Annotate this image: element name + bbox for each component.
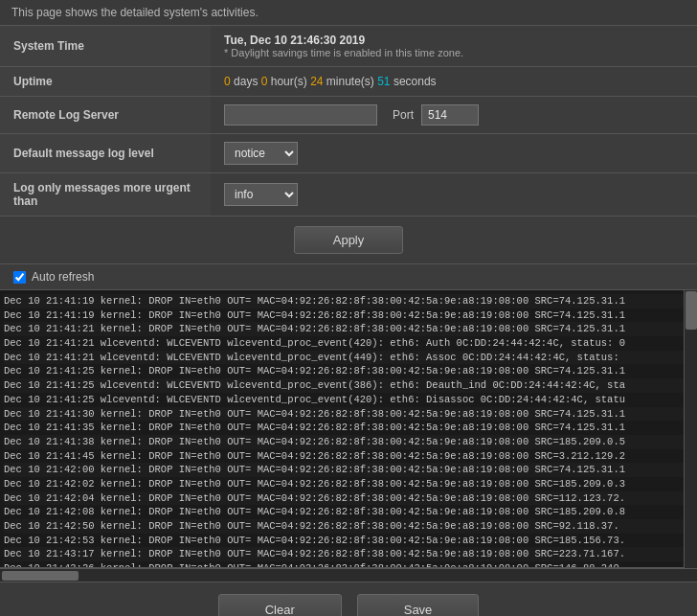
page-container: This page shows the detailed system's ac… xyxy=(0,0,697,616)
log-urgent-select[interactable]: emerg alert crit err warning notice info… xyxy=(224,183,298,206)
log-urgent-row: Log only messages more urgent than emerg… xyxy=(0,173,697,217)
log-line: Dec 10 21:42:04 kernel: DROP IN=eth0 OUT… xyxy=(4,491,693,506)
auto-refresh-checkbox[interactable] xyxy=(13,271,26,284)
v-scroll-thumb[interactable] xyxy=(686,291,697,330)
uptime-value-cell: 0 days 0 hour(s) 24 minute(s) 51 seconds xyxy=(211,67,697,97)
log-line: Dec 10 21:41:30 kernel: DROP IN=eth0 OUT… xyxy=(4,407,693,422)
log-line: Dec 10 21:43:26 kernel: DROP IN=eth0 OUT… xyxy=(4,561,693,568)
remote-log-server-input[interactable] xyxy=(224,104,377,125)
log-line: Dec 10 21:41:21 kernel: DROP IN=eth0 OUT… xyxy=(4,322,693,336)
system-time-value: Tue, Dec 10 21:46:30 2019 xyxy=(224,34,684,47)
uptime-minutes-unit: minute(s) xyxy=(326,75,374,88)
log-urgent-label: Log only messages more urgent than xyxy=(0,173,211,217)
uptime-seconds: 51 xyxy=(377,75,390,88)
default-log-level-row: Default message log level emerg alert cr… xyxy=(0,134,697,173)
uptime-minutes: 24 xyxy=(310,75,323,88)
uptime-row: Uptime 0 days 0 hour(s) 24 minute(s) 51 … xyxy=(0,67,697,97)
log-urgent-value-cell: emerg alert crit err warning notice info… xyxy=(211,173,697,217)
log-urgent-select-wrapper: emerg alert crit err warning notice info… xyxy=(224,183,298,206)
log-line: Dec 10 21:42:50 kernel: DROP IN=eth0 OUT… xyxy=(4,519,693,534)
port-label: Port xyxy=(393,108,414,122)
system-time-row: System Time Tue, Dec 10 21:46:30 2019 * … xyxy=(0,26,697,67)
system-time-value-cell: Tue, Dec 10 21:46:30 2019 * Daylight sav… xyxy=(211,26,697,67)
log-line: Dec 10 21:41:25 kernel: DROP IN=eth0 OUT… xyxy=(4,364,693,378)
log-line: Dec 10 21:42:00 kernel: DROP IN=eth0 OUT… xyxy=(4,463,693,477)
remote-log-row: Remote Log Server Port xyxy=(0,97,697,134)
uptime-value: 0 days 0 hour(s) 24 minute(s) 51 seconds xyxy=(224,75,437,88)
apply-row: Apply xyxy=(0,217,697,264)
default-log-select[interactable]: emerg alert crit err warning notice info… xyxy=(224,142,298,165)
remote-log-value-cell: Port xyxy=(211,97,697,134)
system-info-table: System Time Tue, Dec 10 21:46:30 2019 * … xyxy=(0,26,697,217)
log-line: Dec 10 21:41:21 wlceventd: WLCEVENTD wlc… xyxy=(4,351,693,365)
log-line: Dec 10 21:42:08 kernel: DROP IN=eth0 OUT… xyxy=(4,505,693,519)
remote-log-label: Remote Log Server xyxy=(0,97,211,134)
log-line: Dec 10 21:42:02 kernel: DROP IN=eth0 OUT… xyxy=(4,477,693,491)
auto-refresh-label: Auto refresh xyxy=(32,270,94,284)
uptime-hours-unit: hour(s) xyxy=(271,75,307,88)
horizontal-scrollbar[interactable] xyxy=(0,568,697,582)
port-input[interactable] xyxy=(421,104,479,125)
log-line: Dec 10 21:43:17 kernel: DROP IN=eth0 OUT… xyxy=(4,547,693,561)
log-line: Dec 10 21:41:25 wlceventd: WLCEVENTD wlc… xyxy=(4,393,693,407)
default-log-value-cell: emerg alert crit err warning notice info… xyxy=(211,134,697,173)
log-server-inputs: Port xyxy=(224,104,684,125)
log-line: Dec 10 21:41:19 kernel: DROP IN=eth0 OUT… xyxy=(4,308,693,323)
uptime-seconds-unit: seconds xyxy=(393,75,437,88)
log-scroll-container: Dec 10 21:41:19 kernel: DROP IN=eth0 OUT… xyxy=(0,290,697,568)
uptime-days: 0 xyxy=(224,75,231,88)
uptime-label: Uptime xyxy=(0,67,211,97)
log-line: Dec 10 21:42:53 kernel: DROP IN=eth0 OUT… xyxy=(4,534,693,548)
log-line: Dec 10 21:41:38 kernel: DROP IN=eth0 OUT… xyxy=(4,435,693,449)
bottom-buttons: Clear Save xyxy=(0,582,697,616)
uptime-days-unit: days xyxy=(234,75,258,88)
log-content[interactable]: Dec 10 21:41:19 kernel: DROP IN=eth0 OUT… xyxy=(0,290,697,568)
vertical-scrollbar[interactable] xyxy=(684,290,697,568)
default-log-select-wrapper: emerg alert crit err warning notice info… xyxy=(224,142,298,165)
system-time-label: System Time xyxy=(0,26,211,67)
header-text: This page shows the detailed system's ac… xyxy=(11,6,259,19)
clear-button[interactable]: Clear xyxy=(218,594,342,616)
log-line: Dec 10 21:41:25 wlceventd: WLCEVENTD wlc… xyxy=(4,378,693,393)
log-line: Dec 10 21:41:45 kernel: DROP IN=eth0 OUT… xyxy=(4,449,693,464)
page-header: This page shows the detailed system's ac… xyxy=(0,0,697,26)
system-time-note: * Daylight savings time is enabled in th… xyxy=(224,47,684,58)
log-line: Dec 10 21:41:35 kernel: DROP IN=eth0 OUT… xyxy=(4,421,693,435)
log-line: Dec 10 21:41:21 wlceventd: WLCEVENTD wlc… xyxy=(4,336,693,351)
h-scroll-thumb[interactable] xyxy=(2,571,79,581)
apply-button[interactable]: Apply xyxy=(294,226,404,254)
log-line: Dec 10 21:41:19 kernel: DROP IN=eth0 OUT… xyxy=(4,294,693,308)
save-button[interactable]: Save xyxy=(357,594,480,616)
default-log-label: Default message log level xyxy=(0,134,211,173)
auto-refresh-row: Auto refresh xyxy=(0,264,697,290)
uptime-hours: 0 xyxy=(261,75,268,88)
